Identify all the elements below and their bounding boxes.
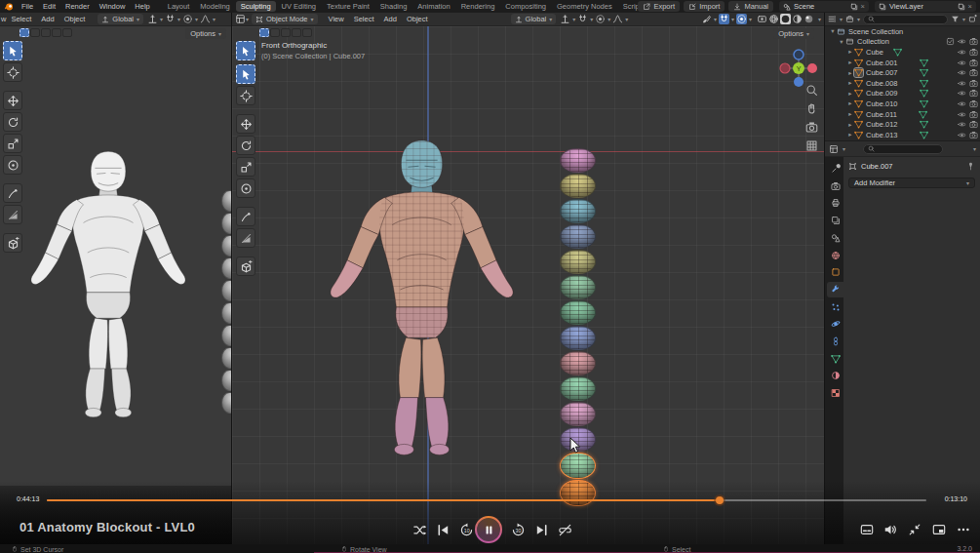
stacked-cube-object-selected[interactable] (560, 453, 596, 479)
exclude-checkbox-icon[interactable] (946, 37, 955, 46)
properties-tab-physics[interactable] (827, 316, 843, 332)
sculpt-figure-white[interactable] (25, 146, 191, 420)
display-mode-icon[interactable] (828, 15, 837, 23)
outliner-row[interactable]: ▸Cube.010 (825, 99, 980, 109)
disclosure-icon[interactable]: ▸ (846, 121, 854, 129)
rewind-10-button[interactable]: 10 (459, 523, 474, 537)
menu-render[interactable]: Render (60, 2, 95, 11)
hide-eye-icon[interactable] (958, 68, 966, 77)
workspace-tab-uv-editing[interactable]: UV Editing (277, 1, 321, 12)
editor-type-icon[interactable] (829, 144, 839, 154)
hide-eye-icon[interactable] (958, 110, 966, 119)
video-progress-handle[interactable] (716, 496, 724, 504)
camera-visibility-icon[interactable] (969, 89, 978, 98)
select-mode-tweak[interactable] (20, 28, 29, 37)
stacked-cube-object[interactable] (560, 376, 596, 401)
mode-dropdown[interactable]: Object Mode▾ (252, 14, 318, 24)
hide-eye-icon[interactable] (958, 131, 966, 139)
add-modifier-button[interactable]: Add Modifier▾ (848, 178, 975, 188)
select-mode-box-select[interactable] (270, 28, 280, 37)
outliner-row[interactable]: ▸Cube.007 (825, 67, 980, 78)
viewport-divider[interactable] (231, 13, 232, 544)
export-button[interactable]: Export (638, 1, 680, 12)
stacked-cube-object[interactable] (560, 275, 596, 299)
select-mode-paint-select[interactable] (302, 28, 312, 37)
hide-eye-icon[interactable] (958, 79, 966, 88)
add-cube-tool-button[interactable] (3, 233, 22, 253)
skip-previous-button[interactable] (436, 523, 451, 537)
orientation-dropdown[interactable]: Global▾ (511, 14, 557, 24)
more-button[interactable] (957, 523, 970, 536)
measure-tool-button[interactable] (236, 228, 255, 248)
menu-edit[interactable]: Edit (38, 2, 60, 11)
outliner-row[interactable]: ▸Cube.008 (825, 78, 980, 89)
outliner-row[interactable]: ▸Cube.013 (825, 130, 980, 140)
shading-rendered-icon[interactable] (804, 14, 814, 24)
cursor-tool-button[interactable] (236, 86, 255, 105)
outliner-row[interactable]: ▸Cube.012 (825, 119, 980, 130)
captions-button[interactable] (860, 523, 874, 536)
stacked-cube-object[interactable] (560, 351, 596, 375)
menu-select[interactable]: Select (349, 15, 379, 23)
camera-visibility-icon[interactable] (969, 59, 978, 67)
disclosure-icon[interactable]: ▸ (846, 99, 854, 107)
blender-logo-icon[interactable] (4, 2, 14, 12)
new-collection-icon[interactable] (968, 15, 977, 23)
disclosure-icon[interactable]: ▾ (829, 27, 837, 35)
menu-window[interactable]: Window (95, 2, 131, 11)
falloff-icon[interactable] (612, 14, 623, 24)
properties-tab-output[interactable] (827, 195, 843, 211)
shading-material-icon[interactable] (792, 14, 803, 24)
scene-selector[interactable]: Scene × (779, 1, 869, 12)
workspace-tab-layout[interactable]: Layout (163, 1, 195, 12)
move-tool-button[interactable] (236, 114, 255, 134)
annotate-tool-button[interactable] (236, 207, 255, 226)
copy-icon[interactable] (850, 3, 858, 11)
options-dropdown[interactable]: Options▾ (185, 28, 226, 39)
xray-toggle-icon[interactable] (757, 14, 767, 24)
gizmo-x-right[interactable] (807, 63, 817, 73)
proportional-icon[interactable] (736, 14, 747, 24)
disclosure-icon[interactable]: ▸ (846, 59, 854, 66)
brush-icon[interactable] (701, 14, 712, 24)
camera-visibility-icon[interactable] (969, 99, 978, 108)
disclosure-icon[interactable]: ▸ (846, 48, 854, 56)
camera-visibility-icon[interactable] (969, 48, 978, 57)
shading-wireframe-icon[interactable] (768, 14, 779, 24)
camera-visibility-icon[interactable] (969, 120, 978, 129)
outliner-row[interactable]: ▾Collection (825, 37, 980, 48)
stacked-cube-object[interactable] (560, 300, 596, 325)
volume-button[interactable] (883, 523, 897, 536)
hide-eye-icon[interactable] (958, 89, 966, 98)
menu-object[interactable]: Object (59, 15, 91, 23)
properties-tab-world[interactable] (827, 248, 843, 263)
measure-tool-button[interactable] (3, 205, 22, 224)
pan-icon[interactable] (805, 102, 818, 115)
properties-tab-view-layer[interactable] (827, 213, 843, 228)
select-mode-box-select[interactable] (30, 28, 40, 37)
pip-button[interactable] (932, 523, 946, 536)
options-dropdown[interactable]: Options▾ (773, 28, 814, 39)
camera-visibility-icon[interactable] (969, 37, 978, 46)
filter-collection-icon[interactable] (845, 15, 854, 23)
disclosure-icon[interactable]: ▸ (846, 69, 854, 77)
snap-magnet-icon[interactable] (719, 14, 729, 24)
outliner-row[interactable]: ▾Scene Collection (825, 26, 980, 37)
zoom-icon[interactable] (805, 84, 818, 97)
gizmo-z-up[interactable] (794, 50, 804, 59)
pin-icon[interactable] (966, 162, 975, 171)
menu-object[interactable]: Object (402, 15, 433, 23)
stacked-cube-object[interactable] (560, 224, 596, 249)
hide-eye-icon[interactable] (958, 59, 966, 67)
stacked-cube-object[interactable] (560, 148, 596, 173)
properties-tab-modifiers[interactable] (827, 282, 843, 297)
close-icon[interactable]: × (861, 2, 865, 11)
scale-tool-button[interactable] (3, 134, 22, 153)
rotate-tool-button[interactable] (3, 112, 22, 132)
orientation-dropdown[interactable]: Global▾ (98, 14, 143, 24)
snap-magnet-icon[interactable] (165, 14, 176, 24)
select-mode-circle-select[interactable] (281, 28, 291, 37)
shrink-button[interactable] (908, 523, 921, 536)
outliner-search-input[interactable] (863, 15, 948, 24)
pause-button[interactable] (475, 516, 502, 543)
